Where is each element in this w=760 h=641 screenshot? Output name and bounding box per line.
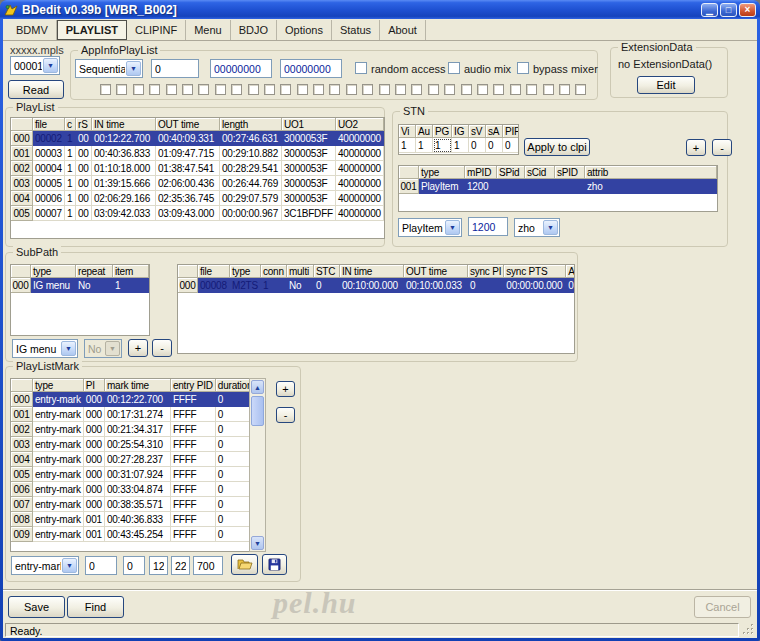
cell[interactable]: M2TS — [230, 278, 261, 293]
uo-mask-checkbox[interactable] — [510, 84, 521, 95]
resize-grip[interactable] — [742, 623, 755, 636]
cell[interactable]: entry-mark — [33, 422, 84, 437]
cell[interactable]: 000 — [84, 452, 105, 467]
apply-to-clpi-button[interactable]: Apply to clpi — [524, 138, 590, 156]
cell[interactable]: 1 — [399, 138, 416, 153]
cell[interactable]: 0 — [384, 176, 385, 191]
cell[interactable]: 00:00:00.967 — [220, 206, 282, 221]
column-header[interactable]: Au — [416, 125, 433, 138]
table-row[interactable]: 008entry-mark00100:40:36.833FFFF0 — [11, 512, 250, 527]
uo-mask-checkbox[interactable] — [149, 84, 160, 95]
audio-mix-checkbox[interactable] — [448, 62, 460, 74]
cell[interactable]: FFFF — [171, 497, 216, 512]
tab-bdjo[interactable]: BDJO — [231, 20, 277, 40]
playback-count-field[interactable] — [151, 59, 199, 78]
uo-mask2-field[interactable] — [280, 59, 342, 78]
cell[interactable]: FFFF — [171, 467, 216, 482]
tab-about[interactable]: About — [380, 20, 426, 40]
uo-mask-checkbox[interactable] — [461, 84, 472, 95]
cell[interactable]: 00:12:22.700 — [105, 392, 171, 407]
mpls-file-select[interactable]: 00001 ▼ — [10, 56, 60, 75]
uo-mask-checkbox[interactable] — [297, 84, 308, 95]
column-header[interactable]: An — [384, 118, 385, 131]
playlistmark-scrollbar[interactable]: ▲ ▼ — [249, 378, 266, 552]
stream-lang-select[interactable]: zho ▼ — [514, 218, 560, 237]
row-header[interactable]: 000 — [178, 278, 198, 293]
column-header[interactable]: IN time — [92, 118, 156, 131]
cell[interactable]: 0 — [314, 278, 340, 293]
uo-mask-checkbox[interactable] — [477, 84, 488, 95]
uo-mask-checkbox[interactable] — [559, 84, 570, 95]
cell[interactable]: entry-mark — [33, 467, 84, 482]
cell[interactable]: 00005 — [33, 176, 65, 191]
column-header[interactable]: type — [419, 166, 465, 179]
cell[interactable]: 3000053F — [282, 176, 336, 191]
subpath-add-button[interactable]: + — [128, 339, 148, 357]
cell[interactable]: 00:40:09.331 — [156, 131, 220, 146]
table-row[interactable]: 0010000310000:40:36.83301:09:47.71500:29… — [11, 146, 385, 161]
column-header[interactable]: An — [566, 265, 575, 278]
table-row[interactable]: 000entry-mark00000:12:22.700FFFF0 — [11, 392, 250, 407]
close-button[interactable]: × — [739, 3, 756, 17]
column-header[interactable]: UO1 — [282, 118, 336, 131]
cell[interactable]: 00:27:28.237 — [105, 452, 171, 467]
cell[interactable]: 40000000 — [336, 161, 384, 176]
cell[interactable]: 00:40:36.833 — [105, 512, 171, 527]
column-header[interactable]: sPID — [555, 166, 585, 179]
playback-type-select[interactable]: Sequential ▼ — [75, 59, 143, 78]
cell[interactable]: 000 — [84, 407, 105, 422]
column-header[interactable]: Vi — [399, 125, 416, 138]
cell[interactable]: 00:29:07.579 — [220, 191, 282, 206]
cell[interactable]: 0 — [384, 161, 385, 176]
row-header[interactable]: 005 — [11, 206, 33, 221]
subpath-items-table[interactable]: filetypeconnmultiSTCIN timeOUT timesync … — [178, 265, 575, 293]
cell[interactable]: 1 — [65, 146, 76, 161]
column-header[interactable]: type — [33, 379, 84, 392]
cell[interactable]: 00007 — [33, 206, 65, 221]
cell[interactable]: 00:10:00.000 — [340, 278, 404, 293]
uo-mask-checkbox[interactable] — [329, 84, 340, 95]
cell[interactable]: 3C1BFDFF — [282, 206, 336, 221]
uo-mask-checkbox[interactable] — [493, 84, 504, 95]
uo-mask-checkbox[interactable] — [395, 84, 406, 95]
cell[interactable]: zho — [585, 179, 717, 194]
uo-mask-checkbox[interactable] — [543, 84, 554, 95]
cell[interactable]: 0 — [216, 512, 250, 527]
playlist-table[interactable]: filecrSIN timeOUT timelengthUO1UO2An0000… — [11, 118, 385, 221]
cell[interactable]: 000 — [84, 422, 105, 437]
mark-add-button[interactable]: + — [276, 381, 295, 397]
tab-status[interactable]: Status — [332, 20, 380, 40]
row-header[interactable]: 005 — [11, 467, 33, 482]
read-button[interactable]: Read — [8, 80, 64, 99]
table-row[interactable]: 003entry-mark00000:25:54.310FFFF0 — [11, 437, 250, 452]
table-row[interactable]: 002entry-mark00000:21:34.317FFFF0 — [11, 422, 250, 437]
cell[interactable] — [525, 179, 555, 194]
cell[interactable]: 00:27:46.631 — [220, 131, 282, 146]
title-bar[interactable]: BDedit v0.39b [WBR_B002] ▁ □ × — [0, 0, 760, 19]
cell[interactable]: 02:35:36.745 — [156, 191, 220, 206]
uo-mask-checkbox[interactable] — [215, 84, 226, 95]
cell[interactable]: 00 — [76, 131, 92, 146]
cell[interactable]: 00:28:29.541 — [220, 161, 282, 176]
cell[interactable]: 40000000 — [336, 176, 384, 191]
cell[interactable]: 1 — [261, 278, 287, 293]
row-header[interactable]: 003 — [11, 437, 33, 452]
column-header[interactable]: STC — [314, 265, 340, 278]
cell[interactable]: 00:25:54.310 — [105, 437, 171, 452]
cell[interactable]: 001 — [84, 527, 105, 542]
stn-counts-table[interactable]: ViAuPGIGsVsAPIP1111000 — [399, 125, 519, 153]
cell[interactable]: 3000053F — [282, 131, 336, 146]
column-header[interactable]: IG — [452, 125, 469, 138]
table-row[interactable]: 0000000210000:12:22.70000:40:09.33100:27… — [11, 131, 385, 146]
cell[interactable]: 0 — [486, 138, 503, 153]
mark-seconds-field[interactable] — [171, 556, 190, 575]
save-mark-button[interactable] — [262, 554, 287, 575]
column-header[interactable]: length — [220, 118, 282, 131]
cell[interactable]: 00006 — [33, 191, 65, 206]
table-row[interactable]: 0040000610002:06:29.16602:35:36.74500:29… — [11, 191, 385, 206]
row-header[interactable]: 002 — [11, 422, 33, 437]
cell[interactable]: 1 — [452, 138, 469, 153]
mark-hours-field[interactable] — [123, 556, 145, 575]
uo-mask-checkbox[interactable] — [280, 84, 291, 95]
cell[interactable]: entry-mark — [33, 482, 84, 497]
